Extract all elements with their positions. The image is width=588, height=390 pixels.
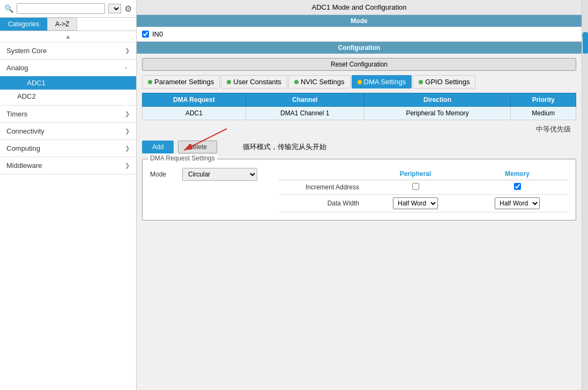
tab-dma-settings-label: DMA Settings (364, 78, 406, 86)
tab-gpio-settings[interactable]: GPIO Settings (413, 75, 475, 89)
in0-checkbox[interactable] (142, 31, 149, 38)
increment-address-row: Increment Address (279, 180, 568, 195)
sidebar-item-adc1[interactable]: ✓ ADC1 (0, 76, 136, 90)
sidebar-section-system-core: System Core ❯ (0, 42, 136, 60)
gear-icon[interactable]: ⚙ (124, 4, 132, 14)
system-core-label: System Core (6, 47, 47, 55)
in0-label: IN0 (152, 30, 163, 38)
data-width-label: Data Width (279, 195, 364, 212)
dot-icon-nvic (294, 80, 299, 84)
scroll-thumb[interactable] (583, 32, 588, 54)
tab-parameter-settings-label: Parameter Settings (154, 78, 214, 86)
computing-label: Computing (6, 144, 40, 152)
dot-icon-parameter (148, 80, 152, 84)
chevron-right-icon-connectivity: ❯ (125, 128, 130, 135)
mode-select[interactable]: Normal Circular (182, 168, 257, 181)
sidebar-section-timers: Timers ❯ (0, 106, 136, 123)
search-dropdown[interactable] (108, 4, 121, 13)
dma-settings-box-label: DMA Request Settings (148, 154, 217, 162)
mode-setting-label: Mode (150, 171, 177, 178)
tab-gpio-settings-label: GPIO Settings (425, 78, 470, 86)
peripheral-header: Peripheral (364, 168, 466, 180)
memory-data-width-select[interactable]: Byte Half Word Word (495, 197, 540, 209)
middleware-label: Middleware (6, 161, 42, 170)
memory-header: Memory (466, 168, 568, 180)
tab-a-to-z[interactable]: A->Z (47, 18, 77, 31)
sidebar-section-header-system-core[interactable]: System Core ❯ (0, 42, 136, 59)
dot-icon-user-constants (227, 80, 231, 84)
sidebar-section-header-timers[interactable]: Timers ❯ (0, 106, 136, 122)
table-row[interactable]: ADC1 DMA1 Channel 1 Peripheral To Memory… (143, 107, 576, 120)
sidebar-section-header-connectivity[interactable]: Connectivity ❯ (0, 123, 136, 139)
sidebar: 🔍 ⚙ Categories A->Z ▲ System Core ❯ Anal… (0, 0, 137, 390)
settings-grid: Peripheral Memory Increment Address (279, 168, 568, 212)
chevron-right-icon-computing: ❯ (125, 145, 130, 152)
tab-user-constants[interactable]: User Constants (221, 75, 287, 89)
sidebar-section-header-middleware[interactable]: Middleware ❯ (0, 157, 136, 174)
chevron-right-icon: ❯ (125, 47, 130, 54)
right-settings: Peripheral Memory Increment Address (279, 168, 568, 212)
col-channel: Channel (245, 93, 364, 107)
circular-mode-annotation: 循环模式，传输完从头开始 (243, 142, 326, 152)
cell-channel: DMA1 Channel 1 (245, 107, 364, 120)
dma-table-section: DMA Request Channel Direction Priority A… (137, 93, 582, 120)
sidebar-section-connectivity: Connectivity ❯ (0, 123, 136, 140)
connectivity-label: Connectivity (6, 127, 44, 135)
chevron-right-icon-timers: ❯ (125, 111, 130, 117)
cell-priority: Medium (511, 107, 576, 120)
svg-line-1 (184, 129, 227, 150)
memory-data-width-cell: Byte Half Word Word (466, 195, 568, 212)
search-bar: 🔍 ⚙ (0, 0, 136, 18)
sidebar-section-header-computing[interactable]: Computing ❯ (0, 140, 136, 157)
dot-icon-dma (358, 80, 362, 84)
annotation-text-circular: 循环模式，传输完从头开始 (243, 143, 326, 151)
main-content: ADC1 Mode and Configuration Mode IN0 Con… (137, 0, 582, 390)
configuration-tab-nav: Parameter Settings User Constants NVIC S… (142, 75, 576, 89)
data-width-row: Data Width Byte Half Word Word (279, 195, 568, 212)
analog-label: Analog (6, 64, 28, 72)
search-input[interactable] (17, 3, 105, 14)
timers-label: Timers (6, 110, 27, 118)
page-title: ADC1 Mode and Configuration (137, 0, 582, 15)
add-delete-row: Add Delete 循环模式，传输完从头开始 (142, 141, 576, 153)
cell-direction: Peripheral To Memory (364, 107, 511, 120)
tab-categories[interactable]: Categories (0, 18, 47, 31)
sidebar-tab-bar: Categories A->Z (0, 18, 136, 31)
adc2-label: ADC2 (17, 92, 36, 100)
sidebar-section-computing: Computing ❯ (0, 140, 136, 157)
memory-increment-checkbox[interactable] (514, 183, 521, 190)
col-direction: Direction (364, 93, 511, 107)
tab-nvic-settings[interactable]: NVIC Settings (288, 75, 351, 89)
peripheral-increment-checkbox[interactable] (412, 183, 419, 190)
add-button[interactable]: Add (142, 141, 174, 153)
collapse-button[interactable]: ▲ (0, 31, 136, 42)
peripheral-data-width-cell: Byte Half Word Word (364, 195, 466, 212)
scrollbar[interactable] (582, 0, 588, 390)
reset-configuration-button[interactable]: Reset Configuration (142, 58, 576, 71)
mode-section-header: Mode (137, 15, 582, 27)
chevron-down-icon: ⌄ (124, 65, 131, 70)
tab-dma-settings[interactable]: DMA Settings (352, 75, 412, 89)
increment-address-label: Increment Address (279, 180, 364, 195)
dma-table: DMA Request Channel Direction Priority A… (142, 93, 576, 120)
memory-increment-cell (466, 180, 568, 195)
annotation-arrow (173, 126, 237, 153)
mode-row: IN0 (137, 27, 582, 42)
configuration-section-header: Configuration (137, 42, 582, 54)
tab-user-constants-label: User Constants (233, 78, 281, 86)
checkmark-icon: ✓ (17, 79, 23, 87)
tab-nvic-settings-label: NVIC Settings (301, 78, 345, 86)
sidebar-section-middleware: Middleware ❯ (0, 157, 136, 174)
bottom-section: Add Delete 循环模式，传输完从头开始 DMA Request Sett… (142, 141, 576, 390)
col-dma-request: DMA Request (143, 93, 246, 107)
search-icon: 🔍 (4, 4, 13, 13)
mode-row-setting: Mode Normal Circular (150, 168, 257, 181)
tab-parameter-settings[interactable]: Parameter Settings (142, 75, 220, 89)
peripheral-data-width-select[interactable]: Byte Half Word Word (393, 197, 438, 209)
sidebar-item-adc2[interactable]: ADC2 (0, 90, 136, 103)
adc1-label: ADC1 (27, 79, 46, 87)
dma-settings-box: DMA Request Settings Mode Normal Circula… (142, 159, 576, 220)
peripheral-increment-cell (364, 180, 466, 195)
analog-subsection: ✓ ADC1 ADC2 (0, 76, 136, 105)
sidebar-section-header-analog[interactable]: Analog ⌄ (0, 60, 136, 76)
